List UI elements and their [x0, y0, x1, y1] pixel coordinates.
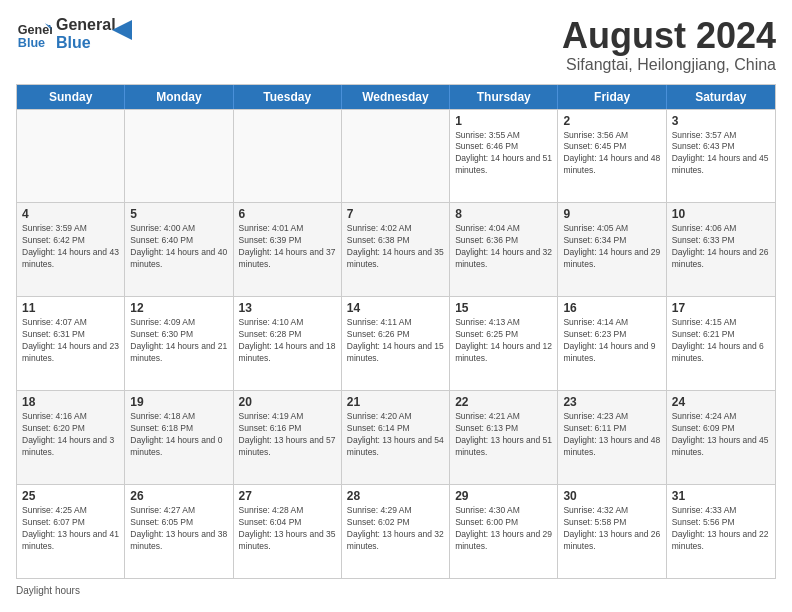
- calendar-cell: 4Sunrise: 3:59 AMSunset: 6:42 PMDaylight…: [17, 203, 125, 296]
- calendar-cell: 6Sunrise: 4:01 AMSunset: 6:39 PMDaylight…: [234, 203, 342, 296]
- logo-icon: General Blue: [16, 16, 52, 52]
- svg-text:Blue: Blue: [18, 36, 45, 50]
- logo: General Blue General Blue: [16, 16, 132, 52]
- calendar-week-4: 18Sunrise: 4:16 AMSunset: 6:20 PMDayligh…: [17, 390, 775, 484]
- calendar-cell: 15Sunrise: 4:13 AMSunset: 6:25 PMDayligh…: [450, 297, 558, 390]
- calendar-cell: 22Sunrise: 4:21 AMSunset: 6:13 PMDayligh…: [450, 391, 558, 484]
- calendar-week-5: 25Sunrise: 4:25 AMSunset: 6:07 PMDayligh…: [17, 484, 775, 578]
- footer-label: Daylight hours: [16, 585, 80, 596]
- day-number: 24: [672, 395, 770, 409]
- page: General Blue General Blue August 2024 Si…: [0, 0, 792, 612]
- day-number: 10: [672, 207, 770, 221]
- day-info: Sunrise: 4:14 AMSunset: 6:23 PMDaylight:…: [563, 317, 660, 365]
- day-info: Sunrise: 4:07 AMSunset: 6:31 PMDaylight:…: [22, 317, 119, 365]
- day-info: Sunrise: 4:06 AMSunset: 6:33 PMDaylight:…: [672, 223, 770, 271]
- day-number: 31: [672, 489, 770, 503]
- header: General Blue General Blue August 2024 Si…: [16, 16, 776, 74]
- day-number: 29: [455, 489, 552, 503]
- day-info: Sunrise: 4:21 AMSunset: 6:13 PMDaylight:…: [455, 411, 552, 459]
- weekday-header-saturday: Saturday: [667, 85, 775, 109]
- calendar-cell: 11Sunrise: 4:07 AMSunset: 6:31 PMDayligh…: [17, 297, 125, 390]
- day-info: Sunrise: 4:05 AMSunset: 6:34 PMDaylight:…: [563, 223, 660, 271]
- calendar-cell: 7Sunrise: 4:02 AMSunset: 6:38 PMDaylight…: [342, 203, 450, 296]
- day-info: Sunrise: 4:33 AMSunset: 5:56 PMDaylight:…: [672, 505, 770, 553]
- logo-arrow-icon: [112, 20, 132, 40]
- calendar: SundayMondayTuesdayWednesdayThursdayFrid…: [16, 84, 776, 579]
- day-info: Sunrise: 4:29 AMSunset: 6:02 PMDaylight:…: [347, 505, 444, 553]
- calendar-cell: 16Sunrise: 4:14 AMSunset: 6:23 PMDayligh…: [558, 297, 666, 390]
- day-number: 18: [22, 395, 119, 409]
- calendar-cell: [17, 110, 125, 203]
- weekday-header-monday: Monday: [125, 85, 233, 109]
- day-number: 14: [347, 301, 444, 315]
- day-info: Sunrise: 4:30 AMSunset: 6:00 PMDaylight:…: [455, 505, 552, 553]
- weekday-header-sunday: Sunday: [17, 85, 125, 109]
- day-info: Sunrise: 4:23 AMSunset: 6:11 PMDaylight:…: [563, 411, 660, 459]
- day-info: Sunrise: 4:09 AMSunset: 6:30 PMDaylight:…: [130, 317, 227, 365]
- day-info: Sunrise: 4:13 AMSunset: 6:25 PMDaylight:…: [455, 317, 552, 365]
- day-number: 12: [130, 301, 227, 315]
- calendar-cell: [234, 110, 342, 203]
- day-info: Sunrise: 4:16 AMSunset: 6:20 PMDaylight:…: [22, 411, 119, 459]
- calendar-cell: 19Sunrise: 4:18 AMSunset: 6:18 PMDayligh…: [125, 391, 233, 484]
- day-number: 26: [130, 489, 227, 503]
- calendar-cell: 29Sunrise: 4:30 AMSunset: 6:00 PMDayligh…: [450, 485, 558, 578]
- day-number: 11: [22, 301, 119, 315]
- day-info: Sunrise: 4:15 AMSunset: 6:21 PMDaylight:…: [672, 317, 770, 365]
- calendar-cell: 9Sunrise: 4:05 AMSunset: 6:34 PMDaylight…: [558, 203, 666, 296]
- day-number: 15: [455, 301, 552, 315]
- day-number: 9: [563, 207, 660, 221]
- day-number: 3: [672, 114, 770, 128]
- calendar-cell: 2Sunrise: 3:56 AMSunset: 6:45 PMDaylight…: [558, 110, 666, 203]
- day-info: Sunrise: 4:25 AMSunset: 6:07 PMDaylight:…: [22, 505, 119, 553]
- calendar-cell: 3Sunrise: 3:57 AMSunset: 6:43 PMDaylight…: [667, 110, 775, 203]
- day-number: 7: [347, 207, 444, 221]
- day-number: 22: [455, 395, 552, 409]
- weekday-header-friday: Friday: [558, 85, 666, 109]
- calendar-body: 1Sunrise: 3:55 AMSunset: 6:46 PMDaylight…: [17, 109, 775, 578]
- subtitle: Sifangtai, Heilongjiang, China: [562, 56, 776, 74]
- title-block: August 2024 Sifangtai, Heilongjiang, Chi…: [562, 16, 776, 74]
- svg-marker-4: [112, 20, 132, 40]
- footer: Daylight hours: [16, 585, 776, 596]
- day-number: 8: [455, 207, 552, 221]
- day-number: 30: [563, 489, 660, 503]
- logo-line1: General: [56, 16, 116, 34]
- calendar-week-2: 4Sunrise: 3:59 AMSunset: 6:42 PMDaylight…: [17, 202, 775, 296]
- day-number: 16: [563, 301, 660, 315]
- calendar-cell: 28Sunrise: 4:29 AMSunset: 6:02 PMDayligh…: [342, 485, 450, 578]
- calendar-header: SundayMondayTuesdayWednesdayThursdayFrid…: [17, 85, 775, 109]
- calendar-cell: 25Sunrise: 4:25 AMSunset: 6:07 PMDayligh…: [17, 485, 125, 578]
- calendar-cell: 24Sunrise: 4:24 AMSunset: 6:09 PMDayligh…: [667, 391, 775, 484]
- calendar-cell: 18Sunrise: 4:16 AMSunset: 6:20 PMDayligh…: [17, 391, 125, 484]
- weekday-header-wednesday: Wednesday: [342, 85, 450, 109]
- calendar-cell: 30Sunrise: 4:32 AMSunset: 5:58 PMDayligh…: [558, 485, 666, 578]
- calendar-cell: [125, 110, 233, 203]
- calendar-cell: 1Sunrise: 3:55 AMSunset: 6:46 PMDaylight…: [450, 110, 558, 203]
- day-number: 20: [239, 395, 336, 409]
- day-number: 28: [347, 489, 444, 503]
- day-number: 27: [239, 489, 336, 503]
- weekday-header-thursday: Thursday: [450, 85, 558, 109]
- day-number: 4: [22, 207, 119, 221]
- calendar-week-1: 1Sunrise: 3:55 AMSunset: 6:46 PMDaylight…: [17, 109, 775, 203]
- day-info: Sunrise: 4:19 AMSunset: 6:16 PMDaylight:…: [239, 411, 336, 459]
- main-title: August 2024: [562, 16, 776, 56]
- day-info: Sunrise: 3:55 AMSunset: 6:46 PMDaylight:…: [455, 130, 552, 178]
- day-info: Sunrise: 4:24 AMSunset: 6:09 PMDaylight:…: [672, 411, 770, 459]
- day-number: 1: [455, 114, 552, 128]
- calendar-cell: 31Sunrise: 4:33 AMSunset: 5:56 PMDayligh…: [667, 485, 775, 578]
- calendar-cell: 12Sunrise: 4:09 AMSunset: 6:30 PMDayligh…: [125, 297, 233, 390]
- day-number: 19: [130, 395, 227, 409]
- calendar-cell: 27Sunrise: 4:28 AMSunset: 6:04 PMDayligh…: [234, 485, 342, 578]
- calendar-cell: 20Sunrise: 4:19 AMSunset: 6:16 PMDayligh…: [234, 391, 342, 484]
- day-info: Sunrise: 4:18 AMSunset: 6:18 PMDaylight:…: [130, 411, 227, 459]
- day-number: 21: [347, 395, 444, 409]
- calendar-cell: 13Sunrise: 4:10 AMSunset: 6:28 PMDayligh…: [234, 297, 342, 390]
- day-info: Sunrise: 3:59 AMSunset: 6:42 PMDaylight:…: [22, 223, 119, 271]
- day-info: Sunrise: 4:32 AMSunset: 5:58 PMDaylight:…: [563, 505, 660, 553]
- day-number: 5: [130, 207, 227, 221]
- day-info: Sunrise: 4:00 AMSunset: 6:40 PMDaylight:…: [130, 223, 227, 271]
- calendar-cell: 17Sunrise: 4:15 AMSunset: 6:21 PMDayligh…: [667, 297, 775, 390]
- day-number: 17: [672, 301, 770, 315]
